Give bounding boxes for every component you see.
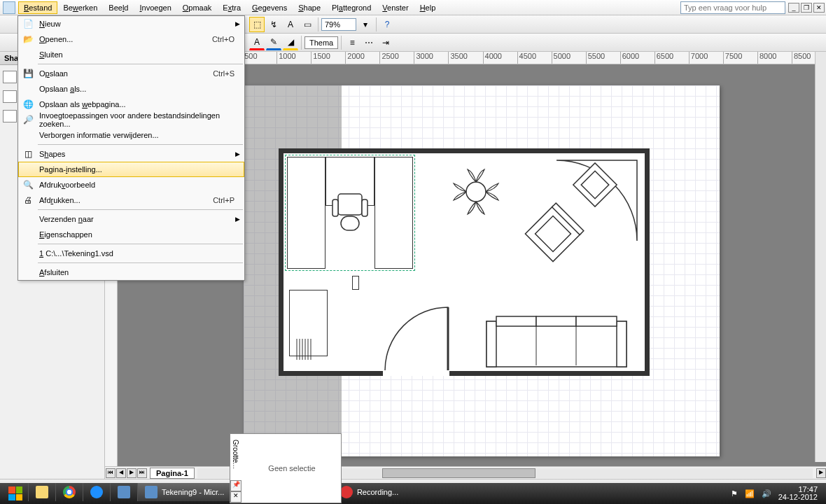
menu-opmaak[interactable]: Opmaak [177, 1, 218, 14]
taskbar-item[interactable] [55, 483, 83, 501]
size-panel-close-button[interactable]: ✕ [230, 491, 241, 503]
theme-selector[interactable]: Thema [304, 36, 338, 49]
line-ends-button[interactable]: ⇥ [378, 35, 393, 50]
tray-network-icon[interactable]: 📶 [745, 489, 755, 498]
vertical-scrollbar[interactable] [815, 52, 826, 462]
taskbar-item[interactable] [83, 483, 110, 501]
column-shape[interactable] [352, 276, 359, 290]
menu-item-opslaan-als-webpagina-[interactable]: 🌐Opslaan als webpagina... [18, 97, 244, 112]
radiator-shape[interactable] [294, 339, 322, 367]
menu-item-afsluiten[interactable]: Afsluiten [18, 265, 244, 280]
restore-button[interactable]: ❐ [801, 3, 812, 13]
menu-beeld[interactable]: Beeld [103, 1, 134, 14]
office-chair-shape[interactable] [331, 187, 369, 236]
line-pattern-button[interactable]: ⋯ [361, 35, 377, 50]
size-panel-title: Grootte... [232, 440, 239, 482]
menu-item-1-c-tekening1-vsd[interactable]: 1 C:\...\Tekening1.vsd [18, 246, 244, 261]
menu-item-sluiten[interactable]: Sluiten [18, 47, 244, 62]
menu-item-afdrukvoorbeeld[interactable]: 🔍Afdrukvoorbeeld [18, 177, 244, 192]
minimize-button[interactable]: _ [788, 3, 799, 13]
line-color-button[interactable]: ✎ [266, 35, 281, 50]
last-page-button[interactable]: ⏭ [137, 468, 147, 478]
size-panel-pin-button[interactable]: 📌 [230, 480, 241, 491]
taskbar-item[interactable] [28, 483, 55, 501]
pointer-tool-button[interactable]: ⬚ [249, 17, 265, 32]
zoom-dropdown-button[interactable]: ▾ [358, 17, 373, 32]
page-tabs-bar: ⏮ ◀ ▶ ⏭ Pagina-1 ▶ [105, 466, 826, 479]
line-weight-button[interactable]: ≡ [344, 35, 360, 50]
menu-venster[interactable]: Venster [377, 1, 414, 14]
svg-rect-2 [332, 200, 338, 216]
fill-color-button[interactable]: ◢ [283, 35, 298, 50]
desk-right[interactable] [374, 157, 413, 269]
font-color-button[interactable]: A [249, 35, 265, 50]
menu-bewerken[interactable]: Bewerken [57, 1, 103, 14]
svg-rect-18 [486, 321, 496, 367]
menu-invoegen[interactable]: Invoegen [134, 1, 176, 14]
svg-point-4 [466, 182, 486, 202]
menubar: BestandBewerkenBeeldInvoegenOpmaakExtraG… [0, 0, 826, 15]
room-outline[interactable] [279, 148, 650, 376]
page-tab[interactable]: Pagina-1 [150, 468, 195, 479]
help-button[interactable]: ? [379, 17, 395, 32]
connector-tool-button[interactable]: ↯ [266, 17, 281, 32]
menu-item-afdrukken-[interactable]: 🖨Afdrukken...Ctrl+P [18, 192, 244, 208]
menu-plattegrond[interactable]: Plattegrond [326, 1, 377, 14]
start-button[interactable] [3, 484, 28, 503]
next-page-button[interactable]: ▶ [127, 468, 136, 478]
svg-rect-0 [338, 194, 362, 215]
menu-extra[interactable]: Extra [217, 1, 246, 14]
menu-item-eigenschappen[interactable]: Eigenschappen [18, 227, 244, 242]
windows-taskbar: Tekening9 - Micr...Camtasia Studio - ...… [0, 483, 826, 504]
taskbar-item[interactable] [110, 483, 137, 501]
close-button[interactable]: ✕ [813, 3, 825, 13]
rectangle-tool-button[interactable]: ▭ [300, 17, 315, 32]
menu-item-verzenden-naar[interactable]: Verzenden naar▶ [18, 211, 244, 227]
tray-clock[interactable]: 17:47 24-12-2012 [778, 486, 818, 501]
menu-bestand[interactable]: Bestand [18, 1, 57, 14]
svg-rect-19 [617, 321, 626, 367]
taskbar-item[interactable]: Tekening9 - Micr... [137, 483, 231, 501]
menu-shape[interactable]: Shape [293, 1, 326, 14]
first-page-button[interactable]: ⏮ [106, 468, 115, 478]
taskbar-item[interactable]: Recording... [332, 483, 405, 501]
menu-item-openen-[interactable]: 📂Openen...Ctrl+O [18, 31, 244, 47]
menu-item-opslaan[interactable]: 💾OpslaanCtrl+S [18, 66, 244, 81]
app-icon [3, 1, 15, 14]
svg-rect-3 [362, 200, 368, 216]
svg-rect-20 [496, 316, 536, 326]
svg-rect-21 [536, 316, 576, 326]
plant-shape[interactable] [448, 164, 504, 220]
svg-rect-1 [341, 216, 359, 230]
prev-page-button[interactable]: ◀ [116, 468, 126, 478]
scroll-right-button[interactable]: ▶ [816, 468, 826, 478]
size-position-panel[interactable]: Grootte... Geen selectie 📌 ✕ [230, 433, 342, 503]
corner-seating-shape[interactable] [514, 157, 640, 283]
door-shape[interactable] [382, 304, 451, 374]
file-menu-dropdown: 📄Nieuw▶📂Openen...Ctrl+OSluiten💾OpslaanCt… [18, 15, 245, 281]
help-search-input[interactable] [680, 1, 785, 14]
menu-item-verborgen-informatie-verw[interactable]: Verborgen informatie verwijderen... [18, 127, 244, 143]
size-panel-body: Geen selectie [243, 434, 341, 503]
menu-item-nieuw[interactable]: 📄Nieuw▶ [18, 16, 244, 31]
svg-rect-17 [486, 321, 626, 367]
menu-item-shapes[interactable]: ◫Shapes▶ [18, 146, 244, 162]
zoom-input[interactable]: 79% [321, 18, 356, 31]
tray-volume-icon[interactable]: 🔊 [762, 489, 771, 498]
menu-item-opslaan-als-[interactable]: Opslaan als... [18, 81, 244, 97]
sofa-shape[interactable] [483, 311, 630, 370]
menu-gegevens[interactable]: Gegevens [246, 1, 293, 14]
menu-item-pagina-instelling-[interactable]: Pagina-instelling... [18, 162, 244, 177]
system-tray[interactable]: ⚑ 📶 🔊 17:47 24-12-2012 [731, 486, 823, 501]
text-tool-button[interactable]: A [283, 17, 298, 32]
desk-left[interactable] [287, 157, 326, 269]
svg-rect-22 [576, 316, 617, 326]
tray-flag-icon[interactable]: ⚑ [731, 489, 738, 498]
menu-item-invoegtoepassingen-voor-a[interactable]: 🔎Invoegtoepassingen voor andere bestands… [18, 112, 244, 127]
menu-help[interactable]: Help [414, 1, 442, 14]
door-opening [383, 371, 449, 376]
